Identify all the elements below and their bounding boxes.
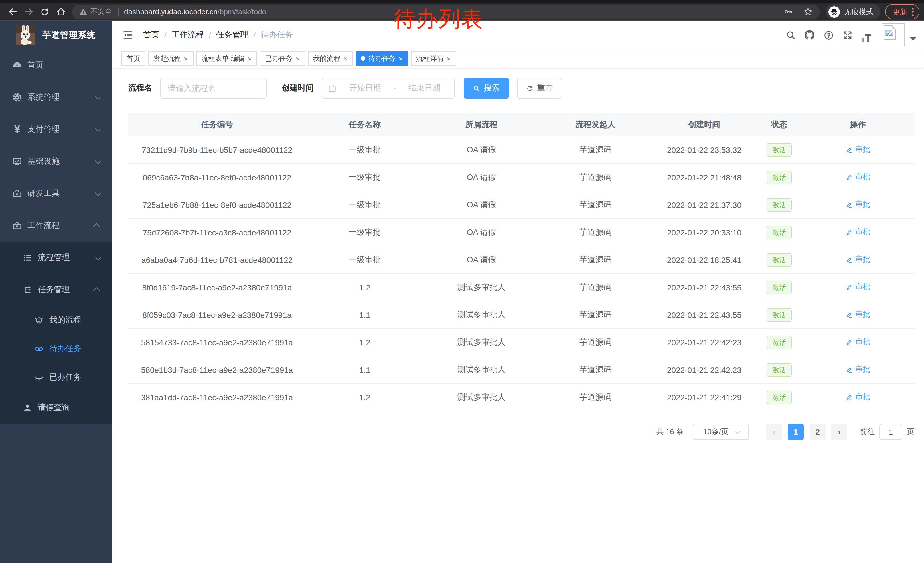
reload-icon[interactable] [37, 4, 52, 20]
breadcrumb-item-workflow[interactable]: 工作流程 [172, 30, 204, 40]
col-actions: 操作 [801, 120, 914, 130]
tab-label: 我的流程 [313, 54, 340, 63]
help-icon[interactable] [820, 26, 837, 44]
table-row: 75d72608-7b7f-11ec-a3c8-acde48001122 一级审… [128, 219, 914, 246]
search-button[interactable]: 搜索 [464, 78, 509, 99]
prev-page-button[interactable]: ‹ [766, 424, 782, 440]
sidebar-item-task-manage[interactable]: 任务管理 [0, 274, 112, 306]
approve-link[interactable]: 审批 [846, 392, 870, 402]
sidebar-item-label: 请假查询 [38, 402, 70, 413]
close-icon[interactable]: × [447, 55, 451, 62]
sidebar-item-payment[interactable]: ¥ 支付管理 [0, 113, 112, 146]
approve-link[interactable]: 审批 [846, 227, 870, 237]
tab-home[interactable]: 首页 [122, 51, 146, 66]
breadcrumb-item-current: 待办任务 [261, 30, 293, 40]
tab-todo-tasks[interactable]: 待办任务× [356, 51, 408, 66]
date-range-picker[interactable]: 开始日期 - 结束日期 [322, 78, 454, 99]
approve-link[interactable]: 审批 [846, 172, 870, 182]
sidebar-item-workflow[interactable]: 工作流程 [0, 210, 112, 242]
tree-icon [22, 285, 33, 295]
back-icon[interactable] [4, 4, 21, 20]
bookmark-star-icon[interactable] [803, 7, 813, 17]
close-icon[interactable]: × [344, 55, 348, 62]
close-icon[interactable]: × [184, 55, 188, 62]
fullscreen-icon[interactable] [839, 26, 856, 44]
approve-link[interactable]: 审批 [846, 309, 870, 320]
process-name-input[interactable] [160, 78, 267, 99]
dashboard-icon [12, 60, 22, 71]
cell-create-time: 2022-01-22 21:37:30 [651, 200, 757, 209]
table-row: 381aa1dd-7ac8-11ec-a9e2-a2380e71991a 1.2… [128, 384, 914, 411]
github-icon[interactable] [801, 26, 818, 44]
avatar-broken-image[interactable] [882, 24, 904, 47]
sidebar-item-done-tasks[interactable]: 已办任务 [0, 363, 112, 392]
cell-process: 测试多审批人 [424, 282, 539, 293]
sidebar-item-label: 我的流程 [49, 315, 81, 325]
cell-process: OA 请假 [424, 227, 539, 237]
sidebar-item-system[interactable]: 系统管理 [0, 81, 112, 113]
reset-button[interactable]: 重置 [517, 78, 562, 99]
sidebar-item-leave-query[interactable]: 请假查询 [0, 392, 112, 424]
approve-link[interactable]: 审批 [846, 365, 870, 375]
tab-start-process[interactable]: 发起流程× [148, 51, 193, 66]
reset-button-label: 重置 [537, 83, 553, 93]
approve-link[interactable]: 审批 [846, 255, 870, 265]
address-bar[interactable]: 不安全 dashboard.yudao.iocoder.cn/bpm/task/… [72, 4, 820, 19]
tab-my-process[interactable]: 我的流程× [308, 51, 353, 66]
breadcrumb-separator: / [254, 30, 256, 39]
sidebar-item-todo-tasks[interactable]: 待办任务 [0, 335, 112, 363]
sidebar-item-infra[interactable]: 基础设施 [0, 146, 112, 177]
page-2-button[interactable]: 2 [810, 424, 825, 440]
start-date-placeholder: 开始日期 [341, 83, 389, 93]
password-key-icon[interactable] [783, 7, 793, 17]
address-separator [118, 8, 118, 16]
approve-link[interactable]: 审批 [846, 145, 870, 155]
sidebar-item-label: 工作流程 [27, 221, 60, 231]
breadcrumb-item-home[interactable]: 首页 [143, 30, 159, 40]
next-page-button[interactable]: › [831, 424, 847, 440]
chevron-down-icon [95, 125, 102, 132]
cell-actions: 审批 [801, 200, 914, 210]
cell-actions: 审批 [801, 282, 914, 293]
tab-done-tasks[interactable]: 已办任务× [260, 51, 305, 66]
cell-create-time: 2022-01-21 22:42:23 [651, 365, 757, 374]
sidebar: 芋道管理系统 首页 系统管理 ¥ 支付管理 [0, 21, 112, 563]
approve-link[interactable]: 审批 [846, 200, 870, 210]
browser-update-button[interactable]: 更新 [885, 4, 920, 20]
close-icon[interactable]: × [296, 55, 300, 62]
tab-form-edit[interactable]: 流程表单-编辑× [196, 51, 257, 66]
cell-starter: 芋道源码 [539, 282, 651, 293]
font-size-icon[interactable]: TT [858, 26, 875, 44]
security-warning-icon[interactable] [79, 8, 88, 16]
sidebar-item-home[interactable]: 首页 [0, 49, 112, 81]
home-icon[interactable] [52, 4, 69, 20]
col-status: 状态 [757, 120, 801, 130]
pagination: 共 16 条 10条/页 ‹ 1 2 › 前往 页 [128, 424, 914, 440]
status-badge: 激活 [766, 225, 792, 239]
cell-task-name: 1.2 [306, 393, 424, 402]
sidebar-item-process-manage[interactable]: 流程管理 [0, 242, 112, 274]
app-logo [16, 25, 36, 45]
close-icon[interactable]: × [399, 55, 403, 62]
tab-label: 发起流程 [153, 54, 181, 63]
cell-actions: 审批 [801, 392, 914, 402]
forward-icon[interactable] [21, 4, 37, 20]
sidebar-fold-icon[interactable] [120, 27, 135, 42]
sidebar-item-devtools[interactable]: 研发工具 [0, 177, 112, 210]
page-1-button[interactable]: 1 [788, 424, 804, 440]
breadcrumb-item-task-manage[interactable]: 任务管理 [216, 30, 249, 40]
approve-link[interactable]: 审批 [846, 282, 870, 293]
page-size-select[interactable]: 10条/页 [693, 424, 749, 440]
approve-label: 审批 [855, 337, 870, 347]
avatar-dropdown-caret-icon[interactable] [910, 37, 916, 41]
close-icon[interactable]: × [248, 55, 252, 62]
range-separator: - [393, 84, 396, 93]
approve-link[interactable]: 审批 [846, 337, 870, 347]
browser-menu-icon[interactable] [912, 8, 914, 16]
sidebar-item-label: 支付管理 [27, 124, 60, 135]
sidebar-item-my-process[interactable]: 我的流程 [0, 306, 112, 335]
tab-process-detail[interactable]: 流程详情× [411, 51, 456, 66]
search-icon[interactable] [782, 26, 799, 44]
goto-page-input[interactable] [879, 424, 902, 440]
table-row: 069c6a63-7b8a-11ec-8ef0-acde48001122 一级审… [128, 164, 914, 191]
